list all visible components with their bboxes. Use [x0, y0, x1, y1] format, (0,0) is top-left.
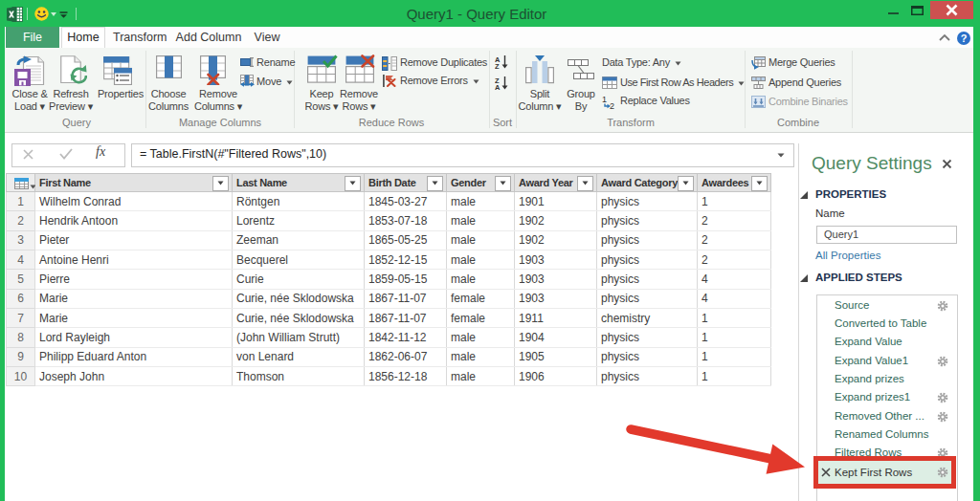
svg-text:1: 1: [602, 95, 607, 104]
svg-text:Z: Z: [495, 62, 500, 69]
svg-text:2: 2: [610, 101, 614, 109]
